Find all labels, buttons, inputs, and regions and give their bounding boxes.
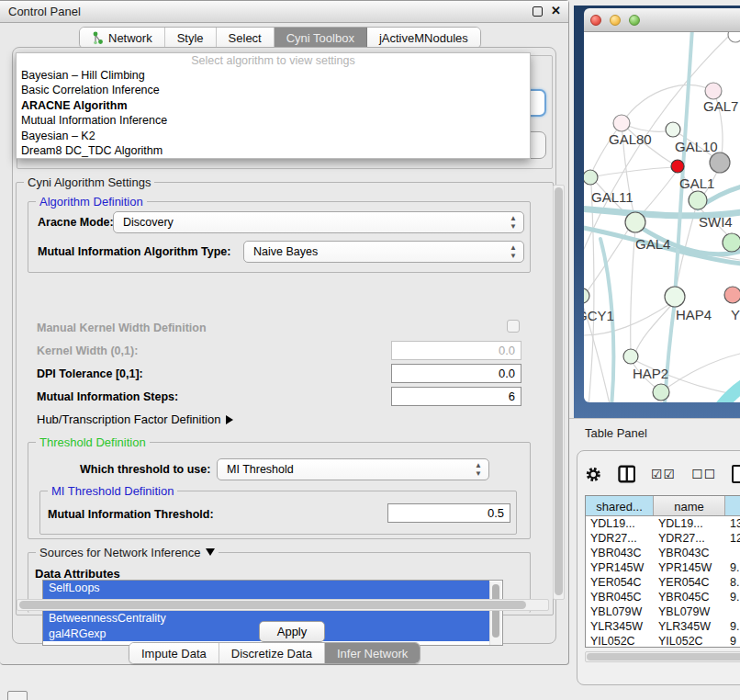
network-node[interactable] xyxy=(666,122,680,137)
table-row[interactable]: YDR27...YDR27...12 xyxy=(586,531,740,546)
node-attribute-table[interactable]: shared...nameYDL19...YDL19...13YDR27...Y… xyxy=(585,495,740,648)
tab-label: Style xyxy=(177,31,204,45)
table-cell: YDR27... xyxy=(654,531,725,546)
float-window-icon[interactable] xyxy=(533,6,543,17)
document-icon[interactable] xyxy=(732,465,740,483)
apply-button[interactable]: Apply xyxy=(259,621,325,642)
network-node[interactable] xyxy=(653,384,669,401)
table-cell: YIL052C xyxy=(586,634,654,648)
network-node[interactable] xyxy=(671,160,684,173)
bottom-left-panel-chip[interactable] xyxy=(7,691,28,700)
tab-cyni-toolbox[interactable]: Cyni Toolbox xyxy=(275,28,367,48)
mi-type-label: Mutual Information Algorithm Type: xyxy=(38,245,230,258)
tab-network[interactable]: Network xyxy=(80,28,165,48)
network-node[interactable] xyxy=(623,349,638,364)
zoom-traffic-light-icon[interactable] xyxy=(629,15,640,26)
table-row[interactable]: YLR345WYLR345W9. xyxy=(586,619,740,634)
network-node[interactable] xyxy=(728,32,740,42)
table-row[interactable]: YBR045CYBR045C9. xyxy=(586,590,740,604)
network-edge[interactable] xyxy=(622,85,713,123)
minimize-traffic-light-icon[interactable] xyxy=(610,15,621,26)
tab-impute-data[interactable]: Impute Data xyxy=(129,643,219,663)
network-node-label: HAP2 xyxy=(633,366,668,381)
table-cell: YDR27... xyxy=(586,531,654,546)
collapse-arrow-icon xyxy=(226,415,233,424)
tab-select[interactable]: Select xyxy=(217,28,275,48)
network-node[interactable] xyxy=(723,233,740,252)
mi-algorithm-type-combobox[interactable]: Naive Bayes ▲▼ xyxy=(243,241,524,263)
network-node-label: GAL80 xyxy=(609,131,652,147)
scrollbar-thumb[interactable] xyxy=(492,584,499,638)
manual-kernel-checkbox[interactable] xyxy=(507,320,520,333)
network-canvas[interactable]: GAL7GAL80GAL10GAL1GAL11SWI4GAL4GCY1HAP4Y… xyxy=(584,32,740,402)
scrollbar-thumb[interactable] xyxy=(19,601,526,609)
tab-label: Impute Data xyxy=(141,647,207,660)
network-icon xyxy=(92,31,104,45)
network-node[interactable] xyxy=(584,170,598,185)
algorithm-option[interactable]: Dream8 DC_TDC Algorithm xyxy=(17,143,530,159)
table-column-header[interactable]: shared... xyxy=(586,496,654,515)
table-cell: YBR045C xyxy=(586,590,654,604)
table-row[interactable]: YIL052CYIL052C9 xyxy=(586,634,740,648)
network-edge[interactable] xyxy=(718,383,740,402)
tab-style[interactable]: Style xyxy=(165,28,217,48)
algorithm-option[interactable]: Mutual Information Inference xyxy=(17,113,530,129)
table-column-header[interactable]: name xyxy=(654,496,725,515)
network-node[interactable] xyxy=(625,212,645,232)
column-browser-icon[interactable] xyxy=(618,465,636,483)
select-all-checkboxes-icon[interactable]: ☑☑ xyxy=(651,467,676,481)
hub-definition-toggle[interactable]: Hub/Transcription Factor Definition xyxy=(37,412,233,426)
table-cell: YBL079W xyxy=(586,604,654,619)
table-row[interactable]: YER054CYER054C8. xyxy=(586,575,740,590)
kernel-width-field[interactable]: 0.0 xyxy=(391,341,521,360)
close-icon[interactable]: ✕ xyxy=(551,4,561,17)
scrollbar-thumb[interactable] xyxy=(555,187,563,595)
tab-infer-network[interactable]: Infer Network xyxy=(325,643,420,663)
network-node-label: HAP4 xyxy=(676,307,712,322)
table-horizontal-scrollbar[interactable] xyxy=(585,651,740,662)
network-node[interactable] xyxy=(724,287,740,303)
dpi-tolerance-field[interactable]: 0.0 xyxy=(391,364,521,383)
stepper-arrows-icon: ▲▼ xyxy=(475,461,482,478)
network-edge[interactable] xyxy=(590,167,674,177)
network-node-label: GAL11 xyxy=(591,189,633,205)
which-threshold-combobox[interactable]: MI Threshold ▲▼ xyxy=(217,458,489,480)
vertical-scrollbar[interactable] xyxy=(553,185,565,600)
aracne-mode-combobox[interactable]: Discovery ▲▼ xyxy=(113,211,524,233)
algorithm-option[interactable]: Bayesian – Hill Climbing xyxy=(17,67,530,83)
mi-steps-label: Mutual Information Steps: xyxy=(37,390,178,403)
tab-discretize-data[interactable]: Discretize Data xyxy=(219,643,325,663)
close-traffic-light-icon[interactable] xyxy=(590,15,601,26)
mi-steps-field[interactable]: 6 xyxy=(391,387,521,406)
network-node[interactable] xyxy=(689,191,707,209)
list-scrollbar[interactable] xyxy=(489,581,501,646)
network-node[interactable] xyxy=(613,115,630,131)
algorithm-option[interactable]: ARACNE Algorithm xyxy=(17,97,530,113)
scrollbar-thumb[interactable] xyxy=(587,653,740,660)
tab-jactivemnodules[interactable]: jActiveMNodules xyxy=(367,28,480,48)
sources-legend[interactable]: Sources for Network Inference xyxy=(36,546,219,559)
table-cell: YIL052C xyxy=(654,634,725,648)
algorithm-option[interactable]: Bayesian – K2 xyxy=(17,128,530,143)
network-node-label: GAL7 xyxy=(703,98,738,114)
dropdown-items: Bayesian – Hill ClimbingBasic Correlatio… xyxy=(17,67,530,158)
table-cell: 9. xyxy=(725,619,740,634)
panel-divider xyxy=(569,418,740,419)
network-node[interactable] xyxy=(710,152,730,173)
network-node[interactable] xyxy=(584,288,589,303)
settings-gear-icon[interactable] xyxy=(585,466,602,483)
table-column-header[interactable] xyxy=(725,496,740,515)
data-attribute-item[interactable]: SelfLoops xyxy=(43,581,489,596)
table-row[interactable]: YDL19...YDL19...13 xyxy=(586,516,740,531)
algorithm-option[interactable]: Basic Correlation Inference xyxy=(17,83,530,98)
manual-kernel-label: Manual Kernel Width Definition xyxy=(37,322,207,334)
horizontal-scrollbar[interactable] xyxy=(17,599,549,611)
network-node[interactable] xyxy=(705,83,722,99)
mi-threshold-field[interactable]: 0.5 xyxy=(387,503,510,523)
table-row[interactable]: YPR145WYPR145W9. xyxy=(586,560,740,575)
network-node[interactable] xyxy=(665,287,685,307)
table-row[interactable]: YBL079WYBL079W xyxy=(586,604,740,619)
table-row[interactable]: YBR043CYBR043C xyxy=(586,546,740,560)
table-cell: YDL19... xyxy=(654,516,725,531)
deselect-all-checkboxes-icon[interactable]: ☐☐ xyxy=(691,467,716,481)
